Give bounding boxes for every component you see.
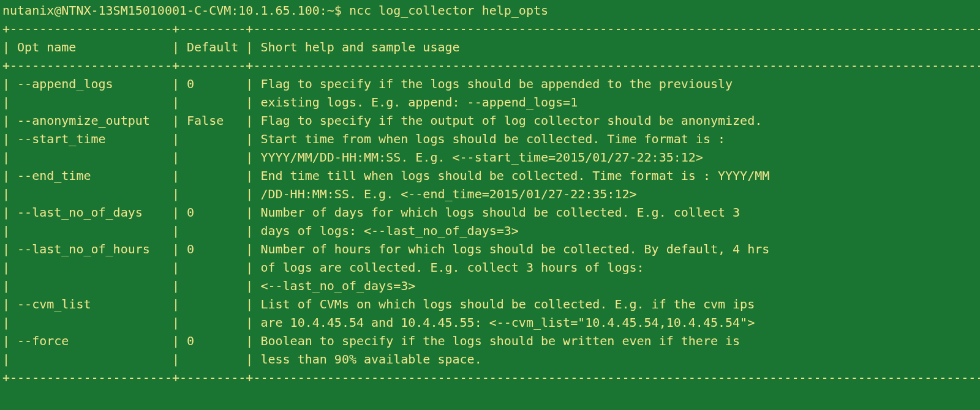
terminal-output: nutanix@NTNX-13SM15010001-C-CVM:10.1.65.… bbox=[0, 0, 980, 388]
